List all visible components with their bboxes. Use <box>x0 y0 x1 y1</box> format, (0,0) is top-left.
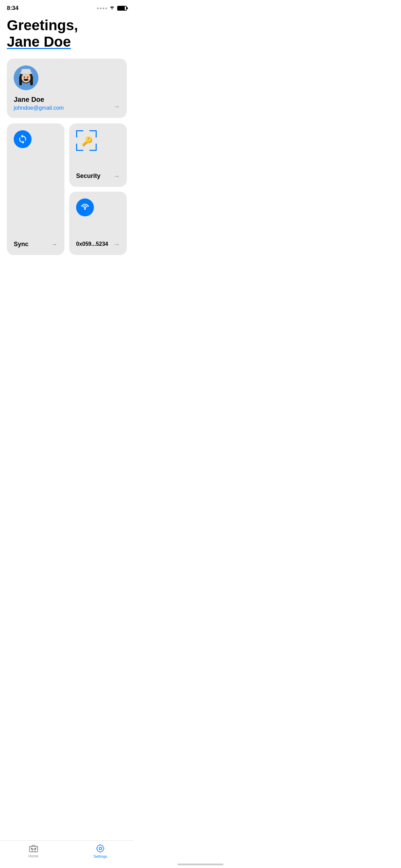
wifi-icon <box>109 5 115 11</box>
profile-arrow: → <box>113 103 120 110</box>
signal-icon <box>97 8 107 9</box>
greeting-name: Jane Doe <box>7 34 127 50</box>
cards-grid: 🔑 Security → Sync → <box>7 123 127 255</box>
security-label: Security <box>76 172 100 180</box>
profile-email: johndoe@gmail.com <box>14 105 120 111</box>
sync-card[interactable]: Sync → <box>7 123 64 255</box>
wallet-arrow: → <box>113 240 120 248</box>
wallet-card-bottom: 0x059...5234 → <box>76 240 120 248</box>
svg-rect-2 <box>19 76 22 85</box>
profile-card[interactable]: Jane Doe johndoe@gmail.com → <box>7 59 127 118</box>
sync-label: Sync <box>14 241 28 248</box>
avatar <box>14 65 38 90</box>
security-arrow: → <box>113 172 120 180</box>
svg-point-7 <box>24 76 25 78</box>
security-scan-icon: 🔑 <box>76 130 98 152</box>
svg-point-8 <box>27 76 28 78</box>
status-icons <box>97 5 127 11</box>
profile-name: Jane Doe <box>14 96 120 104</box>
greeting-line1: Greetings, <box>7 17 127 34</box>
svg-rect-3 <box>30 76 33 85</box>
sync-icon <box>14 130 32 148</box>
battery-icon <box>117 6 127 11</box>
key-icon: 🔑 <box>82 136 93 146</box>
wallet-icon <box>76 198 94 216</box>
wallet-card[interactable]: 0x059...5234 → <box>69 192 127 255</box>
status-bar: 8:34 <box>0 0 134 14</box>
sync-icon-container <box>14 130 58 148</box>
wallet-icon-container <box>76 198 120 216</box>
main-content: Greetings, Jane Doe <box>0 14 134 289</box>
greeting-section: Greetings, Jane Doe <box>7 17 127 50</box>
security-icon-wrap: 🔑 <box>76 130 120 152</box>
security-card-bottom: Security → <box>76 172 120 180</box>
sync-card-bottom: Sync → <box>14 240 58 248</box>
security-card[interactable]: 🔑 Security → <box>69 123 127 187</box>
status-time: 8:34 <box>7 5 19 12</box>
svg-rect-6 <box>21 69 31 74</box>
sync-arrow: → <box>51 240 58 248</box>
wallet-label: 0x059...5234 <box>76 241 108 247</box>
